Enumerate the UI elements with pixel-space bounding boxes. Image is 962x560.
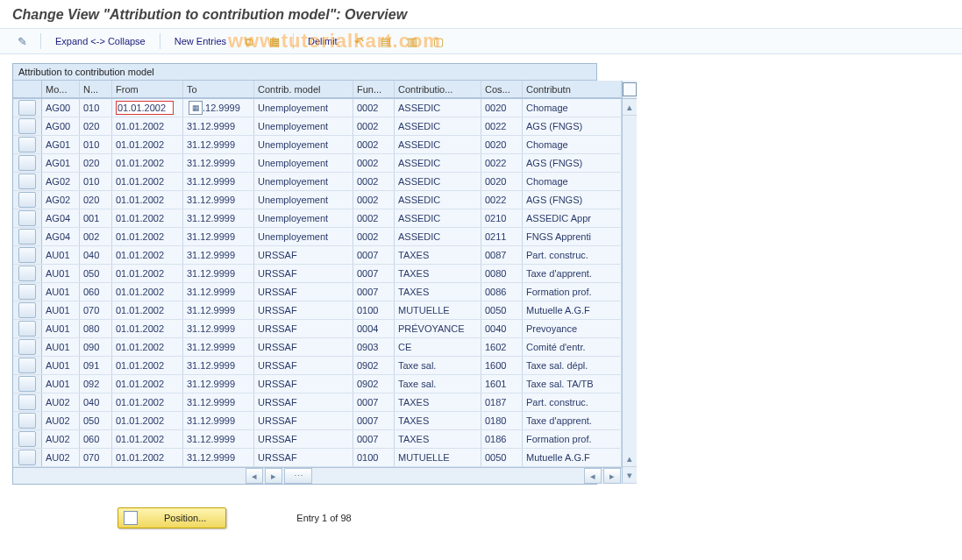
cell-cos[interactable]: 1601 [481,375,523,393]
from-input[interactable]: 01.01.2002 [116,101,174,115]
cell-n[interactable]: 010 [80,99,112,117]
cell-fun[interactable]: 0100 [353,301,395,319]
cell-cos[interactable]: 0022 [481,117,523,135]
cell-to[interactable]: 31.12.9999 [183,209,254,227]
cell-mo[interactable]: AU01 [42,375,80,393]
cell-contrib-model[interactable]: URSSAF [254,265,353,282]
table-row[interactable]: AU0108001.01.200231.12.9999URSSAF0004PRÉ… [13,320,622,338]
cell-fun[interactable]: 0002 [353,99,395,117]
cell-contrib-model[interactable]: Unemployement [254,173,353,190]
cell-contrib-model[interactable]: Unemployement [254,191,353,209]
table-row[interactable]: AG0101001.01.200231.12.9999Unemployement… [13,136,622,154]
table-row[interactable]: AG0400201.01.200231.12.9999Unemployement… [13,228,622,246]
cell-n[interactable]: 070 [80,449,112,466]
cell-contributn[interactable]: Chomage [523,173,622,190]
select-block-icon[interactable]: ▥ [401,32,424,50]
cell-contributn[interactable]: Formation prof. [523,430,622,448]
table-row[interactable]: AU0204001.01.200231.12.9999URSSAF0007TAX… [13,393,622,412]
row-selector[interactable] [13,449,42,466]
cell-contribution[interactable]: ASSEDIC [395,136,481,153]
new-entries-button[interactable]: New Entries [167,36,233,46]
delimit-button[interactable]: Delimit [301,36,345,46]
cell-contribution[interactable]: TAXES [395,412,481,429]
scroll-track[interactable] [623,116,637,450]
cell-from[interactable]: 01.01.2002 [112,320,183,337]
col-mo[interactable]: Mo... [42,81,80,98]
cell-cos[interactable]: 0020 [481,173,523,190]
cell-fun[interactable]: 0903 [353,338,395,356]
configure-columns-icon[interactable] [623,81,637,99]
row-selector[interactable] [13,393,42,411]
cell-cos[interactable]: 0022 [481,154,523,172]
undo-icon[interactable]: ↶ [348,32,371,50]
table-row[interactable]: AU0109201.01.200231.12.9999URSSAF0902Tax… [13,375,622,393]
cell-mo[interactable]: AG01 [42,154,80,172]
cell-from[interactable]: 01.01.2002 [112,430,183,448]
cell-contributn[interactable]: Part. construc. [523,393,622,411]
cell-mo[interactable]: AG00 [42,99,80,117]
cell-contribution[interactable]: TAXES [395,265,481,282]
cell-cos[interactable]: 0050 [481,449,523,466]
cell-fun[interactable]: 0007 [353,246,395,264]
cell-to[interactable]: 31.12.9999 [183,228,254,245]
cell-contribution[interactable]: PRÉVOYANCE [395,320,481,337]
cell-mo[interactable]: AU01 [42,246,80,264]
cell-contrib-model[interactable]: Unemployement [254,117,353,135]
cell-contributn[interactable]: AGS (FNGS) [523,117,622,135]
deselect-all-icon[interactable]: ▢ [427,32,450,50]
table-row[interactable]: AG0102001.01.200231.12.9999Unemployement… [13,154,622,173]
cell-fun[interactable]: 0007 [353,412,395,429]
cell-mo[interactable]: AU02 [42,412,80,429]
cell-to[interactable]: 31.12.9999 [183,154,254,172]
col-to[interactable]: To [183,81,254,98]
table-row[interactable]: AU0104001.01.200231.12.9999URSSAF0007TAX… [13,246,622,265]
table-row[interactable]: AU0205001.01.200231.12.9999URSSAF0007TAX… [13,412,622,430]
cell-mo[interactable]: AG01 [42,136,80,153]
cell-from[interactable]: 01.01.2002 [112,283,183,301]
row-selector[interactable] [13,173,42,190]
table-row[interactable]: AG0001001.01.2002▦.12.9999Unemployement0… [13,99,622,117]
scroll-thumb[interactable]: ⋯ [284,468,312,484]
row-selector[interactable] [13,136,42,153]
cell-contributn[interactable]: Chomage [523,136,622,153]
cell-to[interactable]: ▦.12.9999 [183,99,254,117]
cell-contrib-model[interactable]: Unemployement [254,209,353,227]
cell-to[interactable]: 31.12.9999 [183,375,254,393]
scroll-up-icon[interactable]: ▴ [623,99,637,116]
table-row[interactable]: AG0400101.01.200231.12.9999Unemployement… [13,209,622,228]
cell-fun[interactable]: 0002 [353,136,395,153]
cell-cos[interactable]: 0087 [481,246,523,264]
cell-contributn[interactable]: Taxe sal. dépl. [523,357,622,374]
cell-mo[interactable]: AG02 [42,191,80,209]
cell-contribution[interactable]: ASSEDIC [395,154,481,172]
row-selector[interactable] [13,191,42,209]
cell-to[interactable]: 31.12.9999 [183,283,254,301]
cell-mo[interactable]: AU02 [42,449,80,466]
row-selector[interactable] [13,301,42,319]
scroll-right2-icon[interactable]: ▸ [603,468,621,484]
cell-n[interactable]: 020 [80,154,112,172]
cell-contributn[interactable]: ASSEDIC Appr [523,209,622,227]
cell-from[interactable]: 01.01.2002 [112,338,183,356]
cell-mo[interactable]: AG02 [42,173,80,190]
row-selector[interactable] [13,228,42,245]
cell-fun[interactable]: 0007 [353,283,395,301]
cell-cos[interactable]: 0020 [481,136,523,153]
cell-contributn[interactable]: Formation prof. [523,283,622,301]
cell-cos[interactable]: 0180 [481,412,523,429]
cell-from[interactable]: 01.01.2002 [112,246,183,264]
cell-fun[interactable]: 0902 [353,375,395,393]
cell-fun[interactable]: 0004 [353,320,395,337]
cell-contribution[interactable]: CE [395,338,481,356]
cell-fun[interactable]: 0007 [353,393,395,411]
cell-to[interactable]: 31.12.9999 [183,265,254,282]
cell-n[interactable]: 040 [80,246,112,264]
row-selector[interactable] [13,412,42,429]
cell-to[interactable]: 31.12.9999 [183,430,254,448]
cell-from[interactable]: 01.01.2002 [112,375,183,393]
table-row[interactable]: AU0109001.01.200231.12.9999URSSAF0903CE1… [13,338,622,357]
cell-from[interactable]: 01.01.2002 [112,173,183,190]
cell-contributn[interactable]: Prevoyance [523,320,622,337]
table-row[interactable]: AU0105001.01.200231.12.9999URSSAF0007TAX… [13,265,622,283]
cell-contribution[interactable]: ASSEDIC [395,209,481,227]
